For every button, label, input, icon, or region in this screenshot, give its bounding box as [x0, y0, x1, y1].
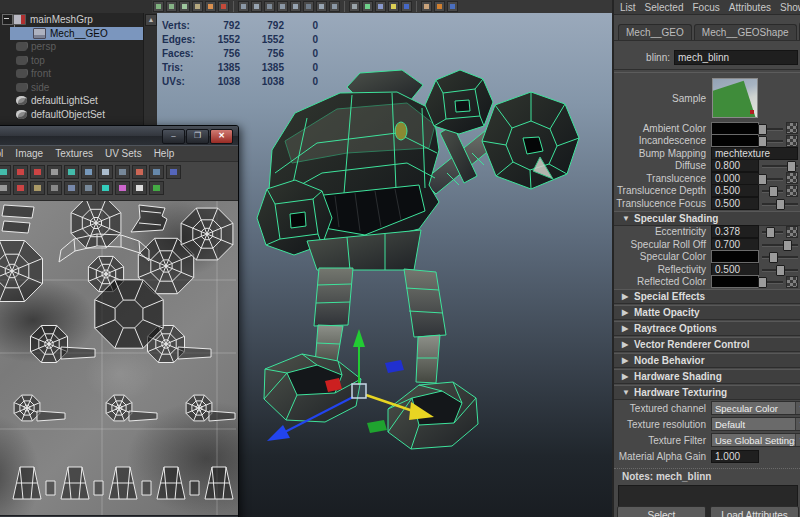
material-sample-swatch[interactable] — [712, 78, 758, 118]
uv-window-titlebar[interactable]: – ❐ ✕ — [0, 126, 238, 145]
section-node-behavior[interactable]: ▶Node Behavior — [614, 353, 800, 368]
uv-canvas[interactable] — [0, 201, 238, 515]
menu-focus[interactable]: Focus — [692, 2, 719, 13]
outliner-scrollbar[interactable]: ▲ — [143, 13, 157, 125]
snap-magnet-icon[interactable] — [132, 165, 147, 179]
number-field[interactable]: 0.378 — [711, 225, 759, 238]
chevron-down-icon[interactable]: ▼ — [795, 402, 800, 414]
expand-collapse-icon[interactable] — [2, 14, 13, 25]
filtered-image-icon[interactable] — [149, 181, 164, 195]
section-raytrace-options[interactable]: ▶Raytrace Options — [614, 321, 800, 336]
attr-slider[interactable] — [762, 135, 783, 146]
texture-map-button[interactable] — [786, 122, 798, 134]
construction-history-icon[interactable] — [264, 1, 275, 12]
dim-image-icon[interactable] — [132, 181, 147, 195]
select-button[interactable]: Select — [617, 506, 706, 517]
section-matte-opacity[interactable]: ▶Matte Opacity — [614, 305, 800, 320]
make-live-icon[interactable] — [205, 1, 216, 12]
number-field[interactable]: 0.500 — [711, 197, 759, 210]
notes-header[interactable]: Notes: mech_blinn — [614, 468, 800, 483]
slider-handle[interactable] — [769, 252, 778, 263]
rotate-uv-icon[interactable] — [47, 165, 62, 179]
layout-uv-icon[interactable] — [149, 165, 164, 179]
dropdown-textured-channel[interactable]: Specular Color▼ — [711, 401, 800, 415]
slider-handle[interactable] — [783, 240, 792, 251]
menu-attributes[interactable]: Attributes — [729, 2, 771, 13]
number-field[interactable]: 0.800 — [711, 159, 759, 172]
menu-show[interactable]: Show — [780, 2, 800, 13]
unfold-v-icon[interactable] — [30, 181, 45, 195]
character-icon[interactable] — [421, 1, 432, 12]
slider-handle[interactable] — [766, 227, 775, 238]
outliner-item-defaultObjectSet[interactable]: defaultObjectSet — [0, 108, 157, 122]
texture-map-button[interactable] — [786, 172, 798, 184]
z-plane-handle[interactable] — [385, 360, 404, 373]
uv-menu-image[interactable]: Image — [15, 148, 43, 159]
shaded-uv-icon[interactable] — [115, 181, 130, 195]
text-field[interactable]: mechtexture — [711, 147, 798, 160]
uv-menu-textures[interactable]: Textures — [55, 148, 93, 159]
scatter-uv-icon[interactable] — [98, 165, 113, 179]
attr-slider[interactable] — [762, 251, 798, 262]
slider-handle[interactable] — [758, 174, 767, 185]
shaded-mode-icon[interactable] — [362, 1, 373, 12]
uv-snapshot-icon[interactable] — [81, 165, 96, 179]
input-connections-icon[interactable] — [238, 1, 249, 12]
textured-mode-icon[interactable] — [375, 1, 386, 12]
outliner-item-front[interactable]: front — [0, 67, 157, 81]
blue-ball-icon[interactable] — [447, 1, 458, 12]
attr-slider[interactable] — [762, 173, 783, 184]
slider-handle[interactable] — [758, 124, 767, 135]
slider-handle[interactable] — [758, 277, 767, 288]
maximize-button[interactable]: ❐ — [186, 129, 209, 144]
wireframe-mode-icon[interactable] — [349, 1, 360, 12]
z-axis-arrow[interactable] — [267, 425, 290, 441]
unfold-u-icon[interactable] — [13, 181, 28, 195]
snap-view-icon[interactable] — [192, 1, 203, 12]
tab-Mech__GEOShape[interactable]: Mech__GEOShape — [694, 24, 797, 40]
node-name-field[interactable]: mech_blinn — [674, 50, 798, 65]
slider-handle[interactable] — [776, 265, 785, 276]
flip-u-icon[interactable] — [13, 165, 28, 179]
tab-Mech__GEO[interactable]: Mech__GEO — [618, 24, 692, 40]
outliner-item-mainMeshGrp[interactable]: mainMeshGrp — [0, 13, 157, 27]
color-swatch[interactable] — [711, 250, 759, 263]
section-hardware-shading[interactable]: ▶Hardware Shading — [614, 369, 800, 384]
align-uv-icon[interactable] — [64, 165, 79, 179]
attr-slider[interactable] — [762, 276, 783, 287]
color-swatch[interactable] — [711, 122, 759, 135]
color-swatch[interactable] — [711, 134, 759, 147]
attr-slider[interactable] — [762, 123, 783, 134]
manipulator-center-handle[interactable] — [352, 384, 366, 398]
attr-slider[interactable] — [762, 160, 798, 171]
number-field[interactable]: 0.500 — [711, 184, 759, 197]
section-vector-renderer-control[interactable]: ▶Vector Renderer Control — [614, 337, 800, 352]
attr-slider[interactable] — [762, 198, 798, 209]
checker-display-icon[interactable] — [98, 181, 113, 195]
slider-handle[interactable] — [758, 136, 767, 147]
uv-menu-tool[interactable]: Tool — [0, 148, 3, 159]
lights-mode-icon[interactable] — [388, 1, 399, 12]
snap-grid-icon[interactable] — [153, 1, 164, 12]
render-settings-icon[interactable] — [303, 1, 314, 12]
menu-list[interactable]: List — [620, 2, 636, 13]
outliner-item-defaultLightSet[interactable]: defaultLightSet — [0, 94, 157, 108]
slider-handle[interactable] — [787, 161, 796, 172]
snap-curve-icon[interactable] — [166, 1, 177, 12]
number-field[interactable]: 0.700 — [711, 238, 759, 251]
dropdown-texture-filter[interactable]: Use Global Settings▼ — [711, 433, 800, 447]
image-range-icon[interactable] — [166, 165, 181, 179]
sew-uv-icon[interactable] — [0, 181, 11, 195]
texture-map-button[interactable] — [786, 185, 798, 197]
uv-menu-help[interactable]: Help — [154, 148, 175, 159]
snap-point-icon[interactable] — [179, 1, 190, 12]
texture-editor-icon[interactable] — [329, 1, 340, 12]
hypershade-icon[interactable] — [316, 1, 327, 12]
section-specular-shading[interactable]: ▼ Specular Shading — [614, 211, 800, 226]
flip-v-icon[interactable] — [30, 165, 45, 179]
chevron-down-icon[interactable]: ▼ — [795, 434, 800, 446]
relax-uv-icon[interactable] — [47, 181, 62, 195]
paint-icon[interactable] — [218, 1, 229, 12]
attr-slider[interactable] — [762, 226, 783, 237]
number-field[interactable]: 0.000 — [711, 172, 759, 185]
